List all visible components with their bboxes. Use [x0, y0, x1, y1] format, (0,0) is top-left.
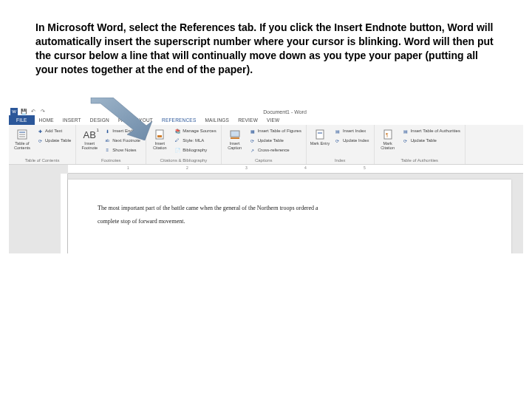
toa-label: Insert Table of Authorities	[411, 129, 460, 133]
update-captions-button[interactable]: ⟳Update Table	[248, 136, 303, 145]
group-toc-label: Table of Contents	[12, 157, 72, 164]
citation-icon	[153, 128, 166, 141]
insert-index-button[interactable]: ▤Insert Index	[332, 126, 371, 135]
next-footnote-icon: ab	[103, 137, 111, 144]
tab-pagelayout[interactable]: PAGE LAYOUT	[114, 115, 157, 125]
group-footnotes: AB1 Insert Footnote ⬇Insert Endnote abNe…	[76, 125, 146, 164]
mark-entry-label: Mark Entry	[310, 142, 330, 146]
table-of-contents-button[interactable]: Table of Contents	[12, 126, 33, 157]
show-notes-icon: ≡	[103, 146, 111, 154]
tab-home[interactable]: HOME	[35, 115, 58, 125]
next-footnote-button[interactable]: abNext Footnote	[102, 136, 143, 145]
tab-mailings[interactable]: MAILINGS	[200, 115, 233, 125]
footnote-icon: AB1	[83, 128, 96, 141]
ruler-tick: 2	[186, 166, 188, 170]
insert-tof-button[interactable]: ▦Insert Table of Figures	[248, 126, 303, 135]
crossref-icon: ↗	[249, 146, 256, 154]
ruler-tick: 4	[304, 166, 307, 170]
insert-caption-button[interactable]: Insert Caption	[225, 126, 245, 157]
update-index-icon: ⟳	[334, 137, 341, 144]
tab-view[interactable]: VIEW	[262, 115, 284, 125]
svg-rect-8	[231, 137, 239, 139]
undo-icon[interactable]: ↶	[30, 108, 37, 115]
update-toa-icon: ⟳	[402, 137, 409, 144]
insert-index-label: Insert Index	[343, 129, 366, 133]
bibliography-icon: 📄	[174, 146, 181, 154]
tab-file[interactable]: FILE	[9, 115, 35, 125]
ruler-tick: 3	[245, 166, 248, 170]
add-text-button[interactable]: ✚Add Text	[35, 126, 72, 135]
cross-reference-button[interactable]: ↗Cross-reference	[248, 146, 303, 154]
style-icon: 🖊	[174, 137, 181, 144]
vertical-ruler[interactable]	[61, 174, 68, 253]
insert-toa-button[interactable]: ▤Insert Table of Authorities	[400, 126, 462, 135]
insert-index-icon: ▤	[334, 127, 341, 134]
toa-icon: ▤	[402, 127, 409, 134]
show-notes-label: Show Notes	[112, 148, 136, 152]
manage-sources-button[interactable]: 📚Manage Sources	[172, 126, 217, 135]
update-index-button[interactable]: ⟳Update Index	[332, 136, 371, 145]
save-icon[interactable]: 💾	[20, 108, 27, 115]
footnote-label: Insert Footnote	[79, 142, 100, 150]
svg-text:¶: ¶	[386, 132, 389, 137]
update-index-label: Update Index	[343, 138, 369, 143]
mark-entry-icon	[313, 128, 327, 141]
document-title: Document1 - Word	[47, 109, 523, 115]
update-captions-icon: ⟳	[249, 137, 256, 144]
mark-entry-button[interactable]: Mark Entry	[310, 126, 330, 157]
endnote-label: Insert Endnote	[112, 129, 141, 133]
tab-insert[interactable]: INSERT	[58, 115, 86, 125]
update-captions-label: Update Table	[258, 138, 284, 143]
ruler-tick: 5	[364, 166, 366, 170]
svg-rect-6	[157, 135, 162, 137]
bibliography-button[interactable]: 📄Bibliography	[172, 146, 217, 154]
citation-label: Insert Citation	[149, 142, 170, 150]
group-authorities: ¶ Mark Citation ▤Insert Table of Authori…	[375, 125, 466, 164]
group-citations: Insert Citation 📚Manage Sources 🖊Style: …	[146, 125, 221, 164]
show-notes-button[interactable]: ≡Show Notes	[102, 146, 143, 154]
svg-rect-5	[156, 130, 163, 139]
group-authorities-label: Table of Authorities	[378, 157, 462, 164]
titlebar: W 💾 ↶ ↷ Document1 - Word	[9, 108, 523, 115]
svg-rect-7	[231, 131, 239, 137]
crossref-label: Cross-reference	[258, 148, 290, 152]
mark-citation-icon: ¶	[381, 128, 395, 141]
caption-icon	[228, 128, 242, 141]
update-toa-label: Update Table	[411, 138, 437, 143]
citation-style-button[interactable]: 🖊Style: MLA	[172, 136, 217, 145]
insert-citation-button[interactable]: Insert Citation	[149, 126, 170, 157]
endnote-icon: ⬇	[103, 127, 111, 134]
bibliography-label: Bibliography	[183, 148, 207, 152]
document-text-line: The most important part of the battle ca…	[98, 202, 482, 215]
document-page[interactable]: The most important part of the battle ca…	[68, 180, 511, 253]
manage-sources-icon: 📚	[174, 127, 181, 134]
ruler-tick: 1	[127, 166, 129, 170]
ribbon-tabs: FILE HOME INSERT DESIGN PAGE LAYOUT REFE…	[9, 115, 523, 125]
tab-references[interactable]: REFERENCES	[157, 115, 200, 125]
update-toc-button[interactable]: ⟳Update Table	[35, 136, 72, 145]
tab-review[interactable]: REVIEW	[233, 115, 262, 125]
tof-icon: ▦	[249, 127, 256, 134]
update-toa-button[interactable]: ⟳Update Table	[400, 136, 462, 145]
mark-citation-label: Mark Citation	[378, 142, 398, 150]
group-citations-label: Citations & Bibliography	[149, 157, 217, 164]
add-text-icon: ✚	[36, 127, 44, 134]
horizontal-ruler[interactable]: 1 2 3 4 5	[68, 165, 523, 174]
word-window: W 💾 ↶ ↷ Document1 - Word FILE HOME INSER…	[9, 108, 523, 256]
ribbon: Table of Contents ✚Add Text ⟳Update Tabl…	[9, 125, 523, 165]
tab-design[interactable]: DESIGN	[86, 115, 114, 125]
group-index-label: Index	[310, 157, 371, 164]
toc-label: Table of Contents	[12, 142, 33, 150]
group-captions-label: Captions	[225, 157, 303, 164]
insert-footnote-button[interactable]: AB1 Insert Footnote	[79, 126, 100, 157]
update-toc-label: Update Table	[45, 138, 71, 143]
redo-icon[interactable]: ↷	[39, 108, 47, 115]
document-area: 1 2 3 4 5 The most important part of the…	[9, 165, 523, 253]
group-captions: Insert Caption ▦Insert Table of Figures …	[222, 125, 307, 164]
insert-endnote-button[interactable]: ⬇Insert Endnote	[102, 126, 143, 135]
update-icon: ⟳	[36, 137, 44, 144]
group-toc: Table of Contents ✚Add Text ⟳Update Tabl…	[9, 125, 76, 164]
quick-access-toolbar: W 💾 ↶ ↷	[10, 108, 47, 115]
mark-citation-button[interactable]: ¶ Mark Citation	[378, 126, 398, 157]
next-footnote-label: Next Footnote	[112, 138, 140, 143]
